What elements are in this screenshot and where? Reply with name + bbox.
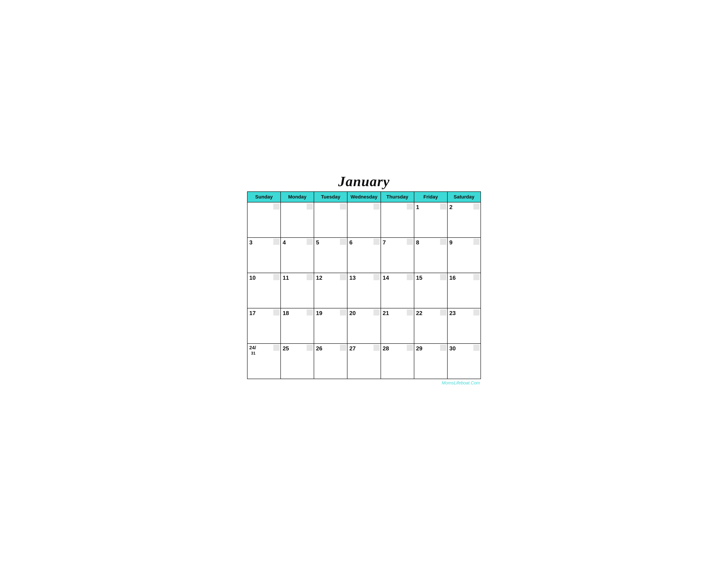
corner-decoration bbox=[473, 239, 480, 245]
corner-decoration bbox=[473, 274, 480, 280]
corner-decoration bbox=[407, 345, 413, 351]
corner-decoration bbox=[440, 309, 446, 316]
corner-decoration bbox=[307, 239, 313, 245]
corner-decoration bbox=[273, 309, 280, 316]
corner-decoration bbox=[273, 274, 280, 280]
calendar-cell bbox=[281, 202, 314, 237]
calendar-table: SundayMondayTuesdayWednesdayThursdayFrid… bbox=[247, 191, 481, 379]
week-row-1: 12 bbox=[247, 202, 481, 237]
corner-decoration bbox=[407, 309, 413, 316]
corner-decoration bbox=[373, 345, 380, 351]
calendar-cell: 30 bbox=[447, 344, 481, 379]
corner-decoration bbox=[307, 309, 313, 316]
calendar-cell: 5 bbox=[314, 237, 347, 273]
calendar-cell: 21 bbox=[381, 308, 414, 344]
calendar-cell: 9 bbox=[447, 237, 481, 273]
day-header-friday: Friday bbox=[414, 192, 447, 202]
corner-decoration bbox=[407, 239, 413, 245]
calendar-cell: 1 bbox=[414, 202, 447, 237]
calendar-cell: 8 bbox=[414, 237, 447, 273]
calendar-cell: 3 bbox=[247, 237, 281, 273]
corner-decoration bbox=[407, 203, 413, 209]
calendar-cell: 12 bbox=[314, 273, 347, 308]
calendar-cell: 6 bbox=[347, 237, 381, 273]
calendar-cell: 2 bbox=[447, 202, 481, 237]
corner-decoration bbox=[373, 274, 380, 280]
calendar-container: January SundayMondayTuesdayWednesdayThur… bbox=[243, 171, 485, 392]
calendar-cell: 29 bbox=[414, 344, 447, 379]
calendar-cell: 7 bbox=[381, 237, 414, 273]
watermark: MomsLifeboat.Com bbox=[247, 381, 481, 386]
day-header-saturday: Saturday bbox=[447, 192, 481, 202]
calendar-cell: 20 bbox=[347, 308, 381, 344]
corner-decoration bbox=[307, 203, 313, 209]
calendar-cell: 14 bbox=[381, 273, 414, 308]
corner-decoration bbox=[340, 345, 346, 351]
calendar-cell: 23 bbox=[447, 308, 481, 344]
corner-decoration bbox=[373, 239, 380, 245]
corner-decoration bbox=[273, 203, 280, 209]
day-header-sunday: Sunday bbox=[247, 192, 281, 202]
corner-decoration bbox=[307, 345, 313, 351]
calendar-cell: 25 bbox=[281, 344, 314, 379]
calendar-cell: 28 bbox=[381, 344, 414, 379]
corner-decoration bbox=[440, 203, 446, 209]
calendar-cell: 13 bbox=[347, 273, 381, 308]
day-header-wednesday: Wednesday bbox=[347, 192, 381, 202]
day-headers-row: SundayMondayTuesdayWednesdayThursdayFrid… bbox=[247, 192, 481, 202]
calendar-cell bbox=[314, 202, 347, 237]
calendar-cell: 26 bbox=[314, 344, 347, 379]
calendar-cell: 18 bbox=[281, 308, 314, 344]
day-header-tuesday: Tuesday bbox=[314, 192, 347, 202]
corner-decoration bbox=[340, 203, 346, 209]
calendar-title: January bbox=[247, 173, 481, 190]
calendar-cell: 17 bbox=[247, 308, 281, 344]
corner-decoration bbox=[273, 239, 280, 245]
corner-decoration bbox=[440, 239, 446, 245]
corner-decoration bbox=[340, 274, 346, 280]
corner-decoration bbox=[440, 345, 446, 351]
corner-decoration bbox=[307, 274, 313, 280]
corner-decoration bbox=[340, 309, 346, 316]
calendar-cell bbox=[347, 202, 381, 237]
calendar-cell: 10 bbox=[247, 273, 281, 308]
calendar-cell: 15 bbox=[414, 273, 447, 308]
week-row-4: 17181920212223 bbox=[247, 308, 481, 344]
calendar-cell: 4 bbox=[281, 237, 314, 273]
calendar-cell bbox=[381, 202, 414, 237]
calendar-cell: 16 bbox=[447, 273, 481, 308]
calendar-cell bbox=[247, 202, 281, 237]
corner-decoration bbox=[473, 203, 480, 209]
corner-decoration bbox=[373, 203, 380, 209]
calendar-cell: 24/31 bbox=[247, 344, 281, 379]
calendar-cell: 11 bbox=[281, 273, 314, 308]
corner-decoration bbox=[373, 309, 380, 316]
day-header-thursday: Thursday bbox=[381, 192, 414, 202]
corner-decoration bbox=[473, 309, 480, 316]
corner-decoration bbox=[273, 345, 280, 351]
corner-decoration bbox=[407, 274, 413, 280]
corner-decoration bbox=[440, 274, 446, 280]
week-row-3: 10111213141516 bbox=[247, 273, 481, 308]
calendar-cell: 27 bbox=[347, 344, 381, 379]
corner-decoration bbox=[473, 345, 480, 351]
calendar-cell: 22 bbox=[414, 308, 447, 344]
calendar-cell: 19 bbox=[314, 308, 347, 344]
week-row-5: 24/31252627282930 bbox=[247, 344, 481, 379]
corner-decoration bbox=[340, 239, 346, 245]
day-header-monday: Monday bbox=[281, 192, 314, 202]
week-row-2: 3456789 bbox=[247, 237, 481, 273]
